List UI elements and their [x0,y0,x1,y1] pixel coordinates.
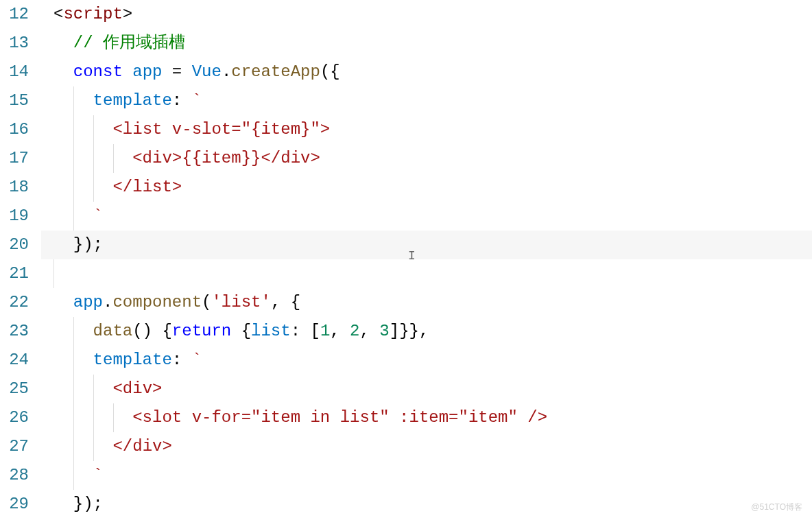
line-number: 28 [0,461,29,490]
token: const [73,62,123,81]
code-text: }); [41,235,103,254]
indent-guide [73,173,74,202]
token: ` [93,466,103,484]
indent-guide [113,403,114,432]
code-line[interactable]: }); [41,490,812,519]
token: ` [192,351,202,369]
code-line[interactable]: <slot v-for="item in list" :item="item" … [41,403,812,432]
indent-guide [93,173,94,202]
code-area[interactable]: <script> // 作用域插槽 const app = Vue.create… [41,0,812,519]
code-text [41,264,53,283]
indent-guide [73,432,74,461]
token: </div> [112,437,171,456]
code-text: <div>{{item}}</div> [41,149,320,167]
indent-guide [93,375,94,403]
line-number: 27 [0,432,29,461]
line-number: 12 [0,0,29,29]
token: : [ [291,322,320,340]
code-line[interactable]: // 作用域插槽 [41,29,812,58]
token: : [172,91,192,110]
token: . [103,293,112,311]
code-text: ` [41,466,103,484]
token: }); [73,235,103,254]
line-number: 18 [0,173,29,202]
code-line[interactable]: data() {return {list: [1, 2, 3]}}, [41,317,812,346]
token: component [112,293,202,311]
token: 3 [379,322,389,340]
indent-guide [73,403,74,432]
token: </list> [112,178,182,196]
code-text: <list v-slot="{item}"> [41,120,330,139]
token: , [360,322,380,340]
code-line[interactable]: ` [41,461,812,490]
line-number: 13 [0,29,29,58]
indent-guide [113,144,114,173]
token: template [93,91,172,110]
indent-guide [93,432,94,461]
token: 1 [320,322,330,340]
code-line[interactable]: app.component('list', { [41,288,812,317]
code-line[interactable]: <list v-slot="{item}"> [41,115,812,144]
line-number: 17 [0,144,29,173]
token: ({ [320,62,340,81]
token: script [63,5,122,23]
code-editor[interactable]: 121314151617181920212223242526272829 <sc… [0,0,812,519]
code-text: // 作用域插槽 [41,34,185,52]
indent-guide [73,375,74,403]
code-line[interactable] [41,259,812,288]
code-line[interactable]: template: ` [41,86,812,115]
indent-guide [73,317,74,346]
token: > [123,5,132,23]
indent-guide [73,144,74,173]
line-number: 22 [0,288,29,317]
indent-guide [53,259,54,288]
token: . [222,62,231,81]
token: <div>{{item}}</div> [132,149,320,167]
token: <slot v-for="item in list" :item="item" … [132,408,547,427]
line-number: 16 [0,115,29,144]
indent-guide [93,115,94,144]
token: : [172,351,192,369]
line-number: 25 [0,375,29,403]
code-line[interactable]: <div>{{item}}</div> [41,144,812,173]
line-number: 15 [0,86,29,115]
token: ` [93,206,103,225]
code-text: data() {return {list: [1, 2, 3]}}, [41,322,429,340]
code-line[interactable]: ` [41,202,812,231]
code-line[interactable]: <script> [41,0,812,29]
code-line[interactable]: template: ` [41,346,812,375]
token: < [53,5,63,23]
token: data [93,322,133,340]
code-text: app.component('list', { [41,293,300,311]
code-line[interactable]: const app = Vue.createApp({ [41,58,812,86]
indent-guide [73,115,74,144]
line-number: 19 [0,202,29,231]
token: 'list' [211,293,270,311]
code-text: template: ` [41,91,202,110]
code-line[interactable]: <div> [41,375,812,403]
line-number-gutter: 121314151617181920212223242526272829 [0,0,41,519]
token: = [162,62,191,81]
token: <list v-slot="{item}"> [112,120,330,139]
code-text: </div> [41,437,172,456]
code-line[interactable]: </div> [41,432,812,461]
line-number: 20 [0,231,29,259]
token: 2 [350,322,359,340]
token: app [132,62,162,81]
code-line[interactable]: }); [41,231,812,259]
watermark: @51CTO博客 [751,500,802,515]
token: ]}}, [390,322,429,340]
code-text: const app = Vue.createApp({ [41,62,340,81]
token: <div> [112,379,162,398]
indent-guide [93,403,94,432]
line-number: 24 [0,346,29,375]
indent-guide [93,144,94,173]
token: () { [132,322,172,340]
code-text: template: ` [41,351,202,369]
token: app [73,293,103,311]
token: ( [202,293,211,311]
token: , { [271,293,300,311]
code-text: ` [41,206,103,225]
line-number: 14 [0,58,29,86]
code-line[interactable]: </list> [41,173,812,202]
